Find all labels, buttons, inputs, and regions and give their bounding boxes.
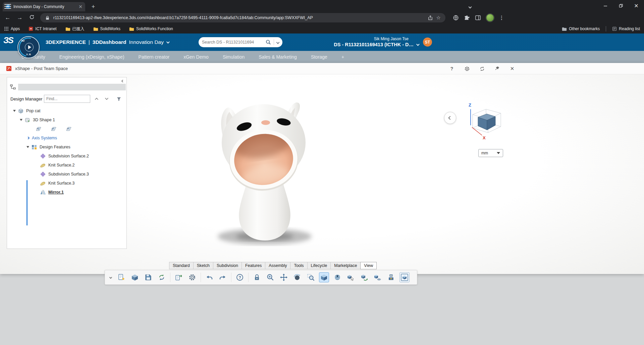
other-bookmarks-button[interactable]: Other bookmarks — [562, 26, 600, 31]
tab-search-chevron-icon[interactable] — [469, 3, 474, 8]
reading-sidebar-icon[interactable] — [475, 15, 481, 21]
help-button[interactable]: ? — [235, 272, 245, 282]
tab-sales-marketing[interactable]: Sales & Marketing — [259, 54, 297, 60]
app-refresh-icon[interactable] — [479, 66, 485, 72]
pan-button[interactable] — [279, 272, 289, 282]
share-page-icon[interactable] — [428, 15, 433, 20]
tree-item-design-features[interactable]: Design Features — [7, 142, 126, 151]
search-input[interactable] — [202, 40, 263, 45]
save-button[interactable] — [143, 272, 153, 282]
forward-icon[interactable]: → — [16, 14, 23, 21]
redo-button[interactable] — [218, 272, 228, 282]
tab-storage[interactable]: Storage — [311, 54, 327, 60]
extension-globe-icon[interactable] — [453, 15, 459, 21]
tree-item-feature[interactable]: Subdivision Surface.2 — [7, 151, 126, 160]
refresh-view-button[interactable] — [359, 272, 369, 282]
filter-funnel-icon[interactable] — [115, 95, 122, 102]
tree-item-feature-selected[interactable]: Mirror.1 — [7, 188, 126, 197]
new-content-button[interactable] — [116, 272, 126, 282]
find-previous-button[interactable] — [93, 95, 100, 102]
update-sync-button[interactable] — [157, 272, 167, 282]
search-icon[interactable] — [266, 40, 271, 45]
hide-show-button[interactable] — [373, 272, 383, 282]
user-avatar[interactable]: ST — [423, 38, 432, 47]
app-pin-icon[interactable] — [494, 66, 500, 72]
look-at-button[interactable] — [332, 272, 342, 282]
plane-yz-icon[interactable]: yz — [50, 126, 57, 132]
compass-logo[interactable]: 3D V.R — [17, 36, 40, 58]
browser-menu-icon[interactable]: ⋮ — [499, 15, 504, 21]
bookmark-star-icon[interactable]: ☆ — [436, 15, 441, 21]
bookmark-ict-intranet[interactable]: ICT Intranet — [29, 26, 56, 31]
toolbar-expand-chevron-icon[interactable] — [108, 276, 113, 278]
dashboard-switch-chevron-icon[interactable] — [166, 40, 170, 44]
minimize-button[interactable] — [598, 0, 613, 11]
rotate-view-button[interactable] — [292, 272, 302, 282]
tab-engineering[interactable]: Engineering (xDesign, xShape) — [59, 54, 124, 60]
tab-xgen-demo[interactable]: xGen Demo — [183, 54, 209, 60]
app-settings-gear-icon[interactable] — [464, 66, 470, 72]
ribbon-tab-lifecycle[interactable]: Lifecycle — [307, 262, 331, 269]
app-help-icon[interactable]: ? — [449, 66, 455, 72]
ribbon-tab-marketplace[interactable]: Marketplace — [330, 262, 361, 269]
expander-down-icon[interactable] — [26, 146, 29, 148]
ribbon-tab-assembly[interactable]: Assembly — [265, 262, 290, 269]
url-text[interactable]: r1132101169413-ap2-ifwe.3dexperience.3ds… — [53, 15, 424, 20]
back-icon[interactable]: ← — [4, 14, 11, 21]
expander-down-icon[interactable] — [20, 119, 22, 121]
global-search[interactable] — [199, 37, 282, 47]
pop-cat-model[interactable] — [199, 96, 333, 253]
expander-down-icon[interactable] — [13, 110, 16, 112]
reload-icon[interactable] — [28, 14, 36, 21]
bookmark-folder-solidworks[interactable]: SolidWorks — [93, 26, 120, 31]
panel-collapse-button[interactable] — [120, 78, 125, 84]
ribbon-tab-standard[interactable]: Standard — [169, 262, 194, 269]
reading-list-button[interactable]: Reading list — [612, 26, 640, 31]
multi-view-button[interactable] — [399, 272, 410, 282]
bookmark-folder-solidworks-function[interactable]: SolidWorks Function — [129, 26, 173, 31]
user-block[interactable]: Sik Ming Jason Tse DS - R1132101169413 (… — [302, 37, 419, 47]
robot-button[interactable] — [386, 272, 396, 282]
restore-button[interactable] — [613, 0, 629, 11]
find-next-button[interactable] — [103, 95, 110, 102]
browser-tab[interactable]: Innovation Day - Community ✕ — [3, 2, 85, 11]
extensions-puzzle-icon[interactable] — [464, 15, 470, 21]
close-window-button[interactable]: ✕ — [629, 0, 644, 11]
iso-view-button[interactable] — [319, 272, 329, 282]
panel-toggle-button[interactable] — [444, 112, 456, 124]
settings-button[interactable] — [187, 272, 197, 282]
omnibox[interactable]: r1132101169413-ap2-ifwe.3dexperience.3ds… — [40, 13, 445, 22]
ribbon-tab-sketch[interactable]: Sketch — [193, 262, 213, 269]
undo-button[interactable] — [204, 272, 214, 282]
tree-item-axis-systems[interactable]: Axis Systems — [7, 133, 126, 142]
ribbon-tab-features[interactable]: Features — [241, 262, 265, 269]
ribbon-tab-tools[interactable]: Tools — [290, 262, 307, 269]
select-view-button[interactable] — [346, 272, 356, 282]
ribbon-tab-view[interactable]: View — [360, 262, 377, 269]
tree-item-root[interactable]: Pop cat — [7, 106, 126, 115]
tree-item-feature[interactable]: Knit Surface.2 — [7, 160, 126, 169]
find-box[interactable] — [44, 95, 90, 103]
tab-simulation[interactable]: Simulation — [223, 54, 245, 60]
dashboard-menu-icon[interactable] — [4, 3, 11, 9]
browser-profile-avatar[interactable] — [486, 14, 494, 22]
lock-rotation-button[interactable] — [252, 272, 262, 282]
expander-right-icon[interactable] — [27, 136, 30, 139]
units-dropdown[interactable]: mm — [478, 149, 503, 157]
bookmark-folder-imported[interactable]: 已匯入 — [65, 26, 85, 32]
tree-item-feature[interactable]: Subdivision Surface.3 — [7, 169, 126, 179]
tree-item-shape[interactable]: 3D Shape 1 — [7, 115, 126, 124]
add-tab-button[interactable]: + — [341, 54, 344, 60]
dashboard-name[interactable]: Innovation Day — [129, 39, 164, 45]
plane-xy-icon[interactable]: xy — [35, 126, 42, 132]
find-input[interactable] — [46, 96, 88, 101]
tree-item-feature[interactable]: Knit Surface.3 — [7, 179, 126, 188]
zoom-area-button[interactable] — [306, 272, 316, 282]
tab-pattern-creator[interactable]: Pattern creator — [139, 54, 170, 60]
search-options-chevron-icon[interactable] — [276, 41, 280, 44]
open-model-button[interactable] — [130, 272, 140, 282]
model-tree-icon[interactable] — [9, 84, 17, 90]
view-cube[interactable]: Y Z X — [466, 102, 506, 142]
new-tab-button[interactable]: + — [89, 3, 97, 11]
zoom-in-button[interactable] — [265, 272, 275, 282]
